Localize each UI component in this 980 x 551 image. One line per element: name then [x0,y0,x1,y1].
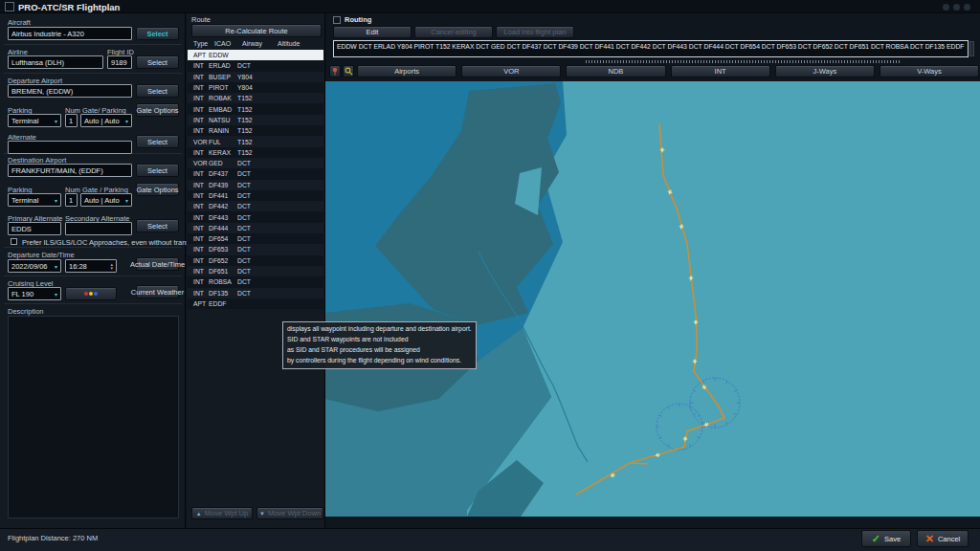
tab-ndb[interactable]: NDB [566,65,665,77]
primary-alternate-field[interactable] [8,222,61,235]
cancel-editing-button[interactable]: Cancel editing [414,26,493,38]
table-row[interactable]: VORGEDDCT [188,158,323,168]
table-row[interactable]: APTEDDW [188,50,323,60]
move-wpt-up-button[interactable]: ▲Move Wpt Up [191,507,253,519]
chevron-down-icon: ▾ [125,197,128,204]
ils-approaches-label: Prefer ILS/GLS/LOC Approaches, even with… [22,238,203,247]
table-row[interactable]: INTDF653DCT [188,244,323,254]
gate-parking-dropdown[interactable]: Auto | Auto▾ [80,114,132,127]
table-row[interactable]: VORFULT152 [188,136,323,146]
cell: DCT [237,62,273,69]
route-string-field[interactable]: EDDW DCT ERLAD Y804 PIROT T152 KERAX DCT… [333,40,969,57]
destination-select-button[interactable]: Select [136,164,179,177]
gate-options-button[interactable]: Gate Options [136,103,179,117]
col-altitude: Altitude [278,40,300,47]
table-row[interactable]: APTEDDF [188,298,323,309]
table-row[interactable]: INTBUSEPY804 [188,72,323,82]
save-button[interactable]: ✓Save [861,530,911,547]
table-row[interactable]: INTROBAKT152 [188,93,323,103]
parking2-value: Terminal [11,196,38,205]
parking-dropdown[interactable]: Terminal▾ [8,114,61,127]
destination-airport-field[interactable] [8,164,132,177]
weather-button[interactable] [65,287,117,300]
alternates-select-button[interactable]: Select [136,219,179,232]
cell: DCT [237,246,273,253]
table-row[interactable]: INTDF651DCT [188,266,323,276]
table-row[interactable]: INTDF442DCT [188,201,323,211]
table-row[interactable]: INTEMBADT152 [188,103,323,114]
table-row[interactable]: INTRANINT152 [188,125,323,136]
num-field[interactable] [65,114,78,127]
actual-datetime-button[interactable]: Actual Date/Time [136,257,179,271]
aircraft-select-button[interactable]: Select [136,27,179,40]
cell: INT [188,117,209,123]
secondary-alternate-field[interactable] [65,222,132,235]
move-wpt-down-button[interactable]: ▼Move Wpt Down [256,507,323,519]
table-row[interactable]: INTDF135DCT [188,288,323,298]
tab-vor[interactable]: VOR [461,65,561,77]
departure-airport-field[interactable] [8,84,132,98]
cell: EDDF [209,300,237,307]
table-row[interactable]: INTROBSADCT [188,276,323,287]
cell: APT [188,52,209,58]
parking2-dropdown[interactable]: Terminal▾ [8,193,61,207]
cell: DCT [237,268,273,275]
table-row[interactable]: INTDF443DCT [188,211,323,222]
table-row[interactable]: INTDF654DCT [188,233,323,244]
alternate-field[interactable] [8,141,132,154]
cell: INT [188,106,209,113]
table-row[interactable]: INTDF441DCT [188,190,323,201]
table-row[interactable]: INTERLADDCT [188,60,323,71]
tab-j-ways[interactable]: J-Ways [775,65,875,77]
description-textarea[interactable] [8,316,179,518]
maximize-button[interactable] [953,4,960,11]
cancel-button[interactable]: ✕Cancel [917,530,969,547]
recalculate-route-button[interactable]: Re-Calculate Route [191,24,322,37]
table-row[interactable]: INTNATSUT152 [188,115,323,125]
table-row[interactable]: INTDF652DCT [188,255,323,266]
current-weather-button[interactable]: Current Weather [136,285,179,298]
zoom-tool-button[interactable] [343,65,354,77]
table-row[interactable]: INTDF444DCT [188,223,323,233]
horizontal-scrollbar[interactable] [586,60,902,63]
save-label: Save [884,535,901,543]
tab-int[interactable]: INT [671,65,770,77]
departure-time-spinner[interactable]: 16:28▴▾ [65,259,117,273]
cell: DCT [237,192,273,199]
cruising-level-dropdown[interactable]: FL 190▾ [8,287,61,300]
pin-tool-button[interactable] [329,65,341,77]
alternate-select-button[interactable]: Select [136,135,179,148]
airline-select-button[interactable]: Select [136,55,179,69]
gate-parking2-dropdown[interactable]: Auto | Auto▾ [80,193,132,207]
cell: T152 [237,117,273,123]
table-row[interactable]: INTPIROTY804 [188,82,323,93]
minimize-button[interactable] [943,4,949,11]
cell: INT [188,225,209,231]
table-row[interactable]: INTDF437DCT [188,168,323,179]
num2-field[interactable] [65,193,78,207]
table-row[interactable]: INTKERAXT152 [188,147,323,158]
tab-airports[interactable]: Airports [357,65,457,77]
flight-id-field[interactable] [107,55,132,69]
gate-options2-button[interactable]: Gate Options [136,183,179,196]
chevron-down-icon: ▾ [55,291,57,298]
aircraft-field[interactable] [8,27,132,40]
spinner-arrows-icon[interactable]: ▴▾ [110,262,113,270]
route-waypoint-list[interactable]: APTEDDWINTERLADDCTINTBUSEPY804INTPIROTY8… [188,50,323,311]
close-button[interactable] [964,4,970,11]
table-row[interactable]: INTDF439DCT [188,180,323,190]
departure-date-dropdown[interactable]: 2022/09/06▾ [8,259,61,273]
flightplan-distance: Flightplan Distance: 270 NM [8,534,98,542]
cell: DF443 [209,214,237,221]
chevron-down-icon: ▾ [55,118,57,124]
airline-field[interactable] [8,55,103,69]
routing-icon [333,16,341,24]
route-map[interactable] [325,81,980,517]
chevron-down-icon: ▾ [55,263,57,270]
route-string-scrollbar[interactable] [969,41,974,56]
edit-button[interactable]: Edit [333,26,412,38]
load-into-flightplan-button[interactable]: Load into flight plan [496,26,574,38]
ils-approaches-checkbox[interactable] [11,238,17,245]
tab-v-ways[interactable]: V-Ways [880,65,979,77]
departure-select-button[interactable]: Select [136,84,179,98]
